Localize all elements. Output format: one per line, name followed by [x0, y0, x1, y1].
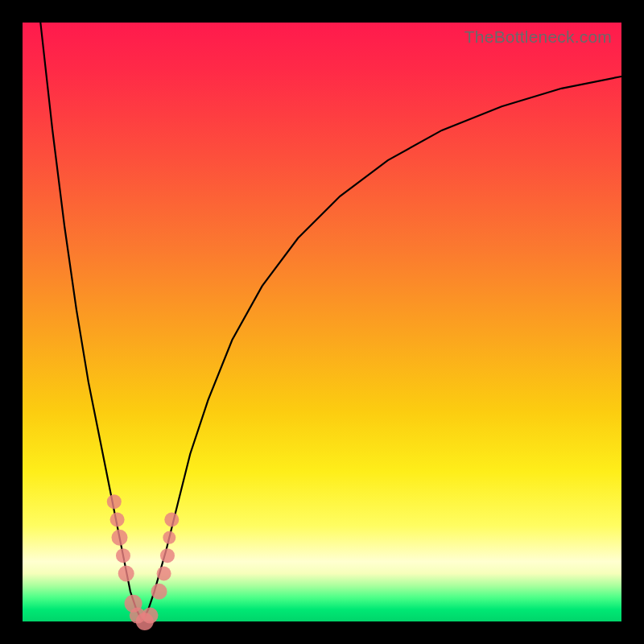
bottleneck-curve: [23, 23, 621, 621]
curve-path: [40, 23, 621, 621]
chart-frame: TheBottleneck.com: [0, 0, 644, 644]
overlay-dot: [163, 531, 175, 544]
overlay-dot: [157, 567, 171, 581]
overlay-dot: [112, 530, 128, 546]
overlay-dot: [151, 584, 167, 600]
overlay-dot: [116, 548, 130, 563]
overlay-dot: [118, 566, 134, 582]
watermark-text: TheBottleneck.com: [464, 27, 612, 47]
overlay-dot: [164, 513, 179, 527]
overlay-dot: [110, 513, 125, 527]
overlay-dots-group: [107, 494, 180, 630]
overlay-dot: [107, 494, 122, 509]
overlay-dot: [160, 548, 175, 563]
plot-area: TheBottleneck.com: [23, 23, 621, 621]
overlay-dot: [142, 608, 159, 624]
